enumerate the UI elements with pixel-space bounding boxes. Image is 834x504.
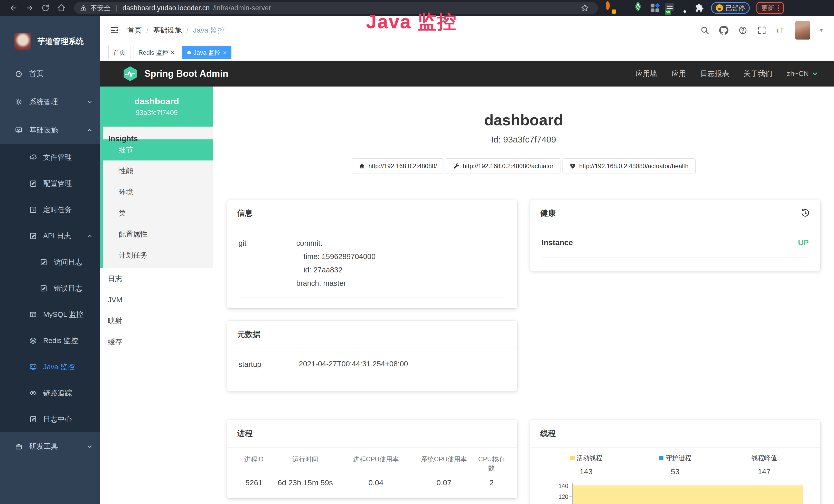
tab-close-icon[interactable]: × xyxy=(223,49,226,56)
back-icon[interactable] xyxy=(9,4,18,12)
url-host[interactable]: dashboard.yudao.iocoder.cn xyxy=(123,4,210,12)
sba-nav-journal[interactable]: 日志报表 xyxy=(700,69,729,78)
sidebar-item-scheduled-jobs[interactable]: 定时任务 xyxy=(0,197,100,223)
app-logo-row[interactable]: 芋道管理系统 xyxy=(0,16,100,60)
main-column: 首页 / 基础设施 / Java 监控 tT ▾ xyxy=(100,16,834,504)
tab-redis-monitor[interactable]: Redis 监控 × xyxy=(134,46,179,59)
sidebar-item-config-manage[interactable]: 配置管理 xyxy=(0,170,100,197)
url-path[interactable]: /infra/admin-server xyxy=(213,4,271,12)
sidebar-item-system[interactable]: 系统管理 xyxy=(0,88,100,116)
sba-locale-select[interactable]: zh~CN xyxy=(787,70,818,78)
sba-nav-wallboard[interactable]: 应用墙 xyxy=(636,69,657,78)
security-warning-icon[interactable] xyxy=(80,5,87,11)
browser-update-button[interactable]: 更新 xyxy=(756,2,784,14)
home-icon[interactable] xyxy=(57,4,66,12)
svg-text:t: t xyxy=(777,28,778,33)
extension-orange-icon[interactable] xyxy=(606,3,615,13)
tab-label: 首页 xyxy=(113,48,126,57)
sidebar-fold-icon[interactable] xyxy=(109,25,120,36)
sba-menu-mappings[interactable]: 映射 xyxy=(100,311,213,331)
actuator-url-button[interactable]: http://192.168.0.2:48080/actuator xyxy=(446,158,561,174)
sba-menu-classes[interactable]: 类 xyxy=(103,203,213,224)
sidebar-item-label: 文件管理 xyxy=(43,153,72,162)
extension-list-icon[interactable]: on xyxy=(665,3,675,13)
sidebar-item-log-center[interactable]: 日志中心 xyxy=(0,406,100,432)
extension-pin-icon[interactable] xyxy=(620,3,630,13)
profile-paused-chip[interactable]: 已暂停 xyxy=(711,2,750,14)
tab-java-monitor[interactable]: Java 监控 × xyxy=(182,46,232,59)
value-peak-threads: 147 xyxy=(720,466,809,477)
sba-instance-sidebar: dashboard 93a3fc7f7409 Insights 细节 性能 环境… xyxy=(100,87,213,504)
briefcase-icon xyxy=(15,443,23,450)
tags-view-bar: 首页 Redis 监控 × Java 监控 × xyxy=(100,45,834,61)
github-icon[interactable] xyxy=(719,26,728,35)
health-url-button[interactable]: http://192.168.0.2:48080/actuator/health xyxy=(563,158,696,174)
sidebar-item-redis-monitor[interactable]: Redis 监控 xyxy=(0,328,100,354)
security-label[interactable]: 不安全 xyxy=(90,4,110,13)
sidebar-item-tracing[interactable]: 链路追踪 xyxy=(0,380,100,406)
sidebar-item-error-logs[interactable]: 错误日志 xyxy=(0,275,100,301)
sidebar-item-file-manage[interactable]: 文件管理 xyxy=(0,144,100,170)
sidebar-item-java-monitor[interactable]: Java 监控 xyxy=(0,354,100,380)
sidebar-item-home[interactable]: 首页 xyxy=(0,60,100,88)
bookmark-star-icon[interactable] xyxy=(580,4,589,12)
sba-menu-metrics[interactable]: 性能 xyxy=(103,160,213,182)
search-icon[interactable] xyxy=(700,26,709,35)
app-title: 芋道管理系统 xyxy=(38,36,84,47)
sidebar-item-label: MySQL 监控 xyxy=(43,310,83,319)
sidebar-item-label: 定时任务 xyxy=(43,205,72,215)
caret-down-icon[interactable]: ▾ xyxy=(820,27,823,33)
service-url-button[interactable]: http://192.168.0.2:48080/ xyxy=(352,158,444,174)
browser-menu-icon[interactable] xyxy=(778,5,779,11)
extension-grid-icon[interactable] xyxy=(650,3,660,13)
sba-brand-title[interactable]: Spring Boot Admin xyxy=(144,68,228,79)
info-card-title: 信息 xyxy=(237,207,253,219)
reload-icon[interactable] xyxy=(41,4,50,12)
extensions-puzzle-icon[interactable] xyxy=(695,4,704,12)
sba-nav-about[interactable]: 关于我们 xyxy=(744,69,772,78)
url-divider: | xyxy=(114,4,119,12)
history-icon[interactable] xyxy=(800,208,810,218)
sba-logo-icon[interactable] xyxy=(122,65,139,82)
ytick-140: 140 xyxy=(558,483,568,488)
help-icon[interactable] xyxy=(738,26,747,35)
threads-values: 143 53 147 xyxy=(542,466,809,477)
insights-group-label: Insights xyxy=(103,127,213,139)
legend-yellow-swatch xyxy=(570,456,575,460)
log-edit-icon xyxy=(29,415,37,423)
sidebar-item-infra[interactable]: 基础设施 xyxy=(0,116,100,144)
extension-y-icon[interactable]: y xyxy=(635,3,645,13)
sba-menu-caches[interactable]: 缓存 xyxy=(100,331,213,352)
sidebar-item-label: 首页 xyxy=(29,69,44,78)
page-subtitle: Id: 93a3fc7f7409 xyxy=(213,134,834,145)
sba-menu-jvm[interactable]: JVM xyxy=(100,289,213,311)
font-size-icon[interactable]: tT xyxy=(776,26,786,35)
value-cpu-cores: 2 xyxy=(478,477,506,488)
sba-menu-environment[interactable]: 环境 xyxy=(103,182,213,203)
sba-nav-applications[interactable]: 应用 xyxy=(672,69,686,78)
forward-icon[interactable] xyxy=(25,4,34,12)
sba-menu-config-props[interactable]: 配置属性 xyxy=(103,224,213,245)
sba-menu-logs[interactable]: 日志 xyxy=(100,268,213,289)
tab-close-icon[interactable]: × xyxy=(171,49,174,56)
value-daemon-threads: 53 xyxy=(631,466,720,477)
health-instance-row[interactable]: Instance UP xyxy=(542,236,809,258)
tab-home[interactable]: 首页 xyxy=(108,46,130,59)
sidebar-item-dev-tools[interactable]: 研发工具 xyxy=(0,432,100,461)
sidebar-item-access-logs[interactable]: 访问日志 xyxy=(0,249,100,275)
user-avatar[interactable] xyxy=(795,21,810,40)
fullscreen-icon[interactable] xyxy=(757,26,766,35)
breadcrumb-infra[interactable]: 基础设施 xyxy=(153,25,182,35)
sba-instance-header[interactable]: dashboard 93a3fc7f7409 xyxy=(100,87,213,127)
process-table-values: 5261 6d 23h 15m 59s 0.04 0.07 2 xyxy=(239,477,506,488)
sidebar-item-mysql-monitor[interactable]: MySQL 监控 xyxy=(0,301,100,328)
health-card: 健康 Instance UP xyxy=(530,200,820,271)
header-actions: tT ▾ xyxy=(700,21,823,40)
breadcrumb-home[interactable]: 首页 xyxy=(127,25,142,35)
sidebar-item-api-logs[interactable]: API 日志 xyxy=(0,223,100,249)
sba-menu-scheduled-tasks[interactable]: 计划任务 xyxy=(103,245,213,266)
extension-leaf-icon[interactable] xyxy=(680,3,689,13)
sba-insights-group: Insights 细节 性能 环境 类 配置属性 计划任务 xyxy=(100,127,213,268)
address-bar[interactable]: 不安全 | dashboard.yudao.iocoder.cn/infra/a… xyxy=(74,2,598,14)
chevron-down-icon xyxy=(811,70,818,77)
